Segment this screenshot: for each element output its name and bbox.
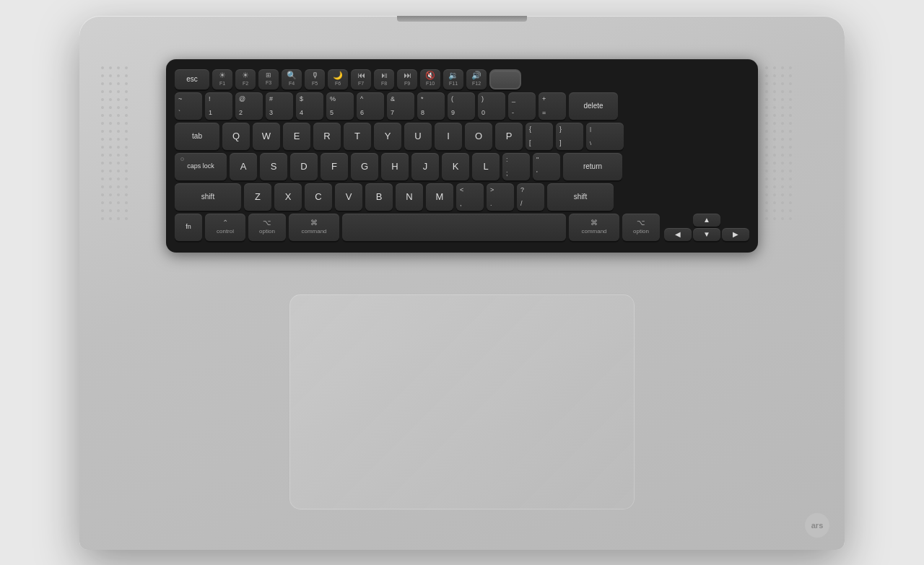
key-f10[interactable]: 🔇F10	[420, 69, 440, 89]
trackpad[interactable]	[289, 294, 635, 510]
key-6[interactable]: ^6	[357, 92, 384, 120]
key-f3[interactable]: ⊞F3	[258, 69, 279, 89]
key-o[interactable]: O	[465, 123, 492, 150]
key-1[interactable]: !1	[205, 92, 232, 120]
keyboard-container: esc ☀F1 ☀F2 ⊞F3 🔍F4 🎙F5 🌙F6 ⏮F7 ⏯F8 ⏭F9 …	[166, 59, 758, 253]
key-tab[interactable]: tab	[175, 123, 219, 150]
key-5[interactable]: %5	[326, 92, 354, 120]
key-slash[interactable]: ?/	[517, 183, 544, 211]
key-backtick[interactable]: ~`	[175, 92, 202, 120]
key-8[interactable]: *8	[417, 92, 445, 120]
key-0[interactable]: )0	[478, 92, 505, 120]
key-2[interactable]: @2	[235, 92, 263, 120]
key-f4[interactable]: 🔍F4	[282, 69, 302, 89]
key-arrow-up[interactable]: ▲	[693, 214, 720, 227]
ars-badge: ars	[804, 512, 830, 538]
key-f7[interactable]: ⏮F7	[351, 69, 371, 89]
key-f[interactable]: F	[321, 153, 348, 180]
key-quote[interactable]: "'	[533, 153, 560, 180]
key-t[interactable]: T	[344, 123, 371, 150]
key-f5[interactable]: 🎙F5	[305, 69, 325, 89]
key-semicolon[interactable]: :;	[502, 153, 530, 180]
key-delete[interactable]: delete	[569, 92, 618, 120]
bottom-key-row: fn ⌃ control ⌥ option ⌘ command ⌘ comman…	[175, 214, 749, 241]
key-f12[interactable]: 🔊F12	[466, 69, 487, 89]
key-a[interactable]: A	[230, 153, 257, 180]
key-e[interactable]: E	[283, 123, 310, 150]
key-q[interactable]: Q	[222, 123, 250, 150]
hinge-bar	[397, 16, 527, 22]
key-touchid[interactable]	[489, 69, 521, 89]
key-l[interactable]: L	[472, 153, 500, 180]
key-z[interactable]: Z	[244, 183, 271, 211]
laptop-body: esc ☀F1 ☀F2 ⊞F3 🔍F4 🎙F5 🌙F6 ⏮F7 ⏯F8 ⏭F9 …	[79, 16, 845, 550]
key-f9[interactable]: ⏭F9	[397, 69, 417, 89]
key-option-left[interactable]: ⌥ option	[248, 214, 286, 241]
key-y[interactable]: Y	[374, 123, 401, 150]
key-f8[interactable]: ⏯F8	[374, 69, 394, 89]
key-arrow-left[interactable]: ◀	[664, 228, 692, 241]
key-9[interactable]: (9	[448, 92, 475, 120]
key-space[interactable]	[342, 214, 566, 241]
key-command-right[interactable]: ⌘ command	[569, 214, 619, 241]
key-shift-left[interactable]: shift	[175, 183, 241, 211]
key-r[interactable]: R	[313, 123, 341, 150]
key-control[interactable]: ⌃ control	[205, 214, 245, 241]
qwerty-key-row: tab Q W E R T Y U I O P {[ }] |\	[175, 123, 749, 150]
key-7[interactable]: &7	[387, 92, 414, 120]
number-key-row: ~` !1 @2 #3 $4 %5 ^6 &7 *8 (9 )0 _- += d…	[175, 92, 749, 120]
key-v[interactable]: V	[335, 183, 362, 211]
key-n[interactable]: N	[396, 183, 423, 211]
shift-key-row: shift Z X C V B N M <, >. ?/ shift	[175, 183, 749, 211]
key-3[interactable]: #3	[266, 92, 293, 120]
key-bracket-left[interactable]: {[	[526, 123, 553, 150]
key-f11[interactable]: 🔉F11	[443, 69, 463, 89]
key-esc[interactable]: esc	[175, 69, 209, 89]
key-c[interactable]: C	[305, 183, 332, 211]
key-backslash[interactable]: |\	[586, 123, 624, 150]
speaker-left	[101, 66, 159, 297]
key-bracket-right[interactable]: }]	[556, 123, 583, 150]
key-option-right[interactable]: ⌥ option	[622, 214, 660, 241]
fn-key-row: esc ☀F1 ☀F2 ⊞F3 🔍F4 🎙F5 🌙F6 ⏮F7 ⏯F8 ⏭F9 …	[175, 69, 749, 89]
key-x[interactable]: X	[274, 183, 302, 211]
key-minus[interactable]: _-	[508, 92, 536, 120]
key-m[interactable]: M	[426, 183, 453, 211]
key-b[interactable]: B	[365, 183, 393, 211]
key-period[interactable]: >.	[487, 183, 514, 211]
key-comma[interactable]: <,	[456, 183, 484, 211]
key-h[interactable]: H	[381, 153, 409, 180]
key-f2[interactable]: ☀F2	[235, 69, 256, 89]
ars-label: ars	[811, 521, 824, 530]
key-g[interactable]: G	[351, 153, 378, 180]
key-f1[interactable]: ☀F1	[212, 69, 232, 89]
key-capslock[interactable]: caps lock	[175, 153, 227, 180]
key-u[interactable]: U	[404, 123, 432, 150]
key-d[interactable]: D	[290, 153, 318, 180]
key-equals[interactable]: +=	[539, 92, 566, 120]
keyboard: esc ☀F1 ☀F2 ⊞F3 🔍F4 🎙F5 🌙F6 ⏮F7 ⏯F8 ⏭F9 …	[166, 59, 758, 253]
key-arrow-right[interactable]: ▶	[722, 228, 749, 241]
key-i[interactable]: I	[435, 123, 462, 150]
key-shift-right[interactable]: shift	[547, 183, 614, 211]
key-p[interactable]: P	[495, 123, 523, 150]
home-key-row: caps lock A S D F G H J K L :; "' return	[175, 153, 749, 180]
speaker-right	[765, 66, 823, 297]
key-command-left[interactable]: ⌘ command	[289, 214, 339, 241]
key-k[interactable]: K	[442, 153, 469, 180]
key-4[interactable]: $4	[296, 92, 323, 120]
key-arrow-down[interactable]: ▼	[693, 228, 720, 241]
key-fn[interactable]: fn	[175, 214, 202, 241]
key-return[interactable]: return	[563, 153, 622, 180]
key-j[interactable]: J	[411, 153, 439, 180]
key-s[interactable]: S	[260, 153, 287, 180]
key-w[interactable]: W	[253, 123, 280, 150]
key-f6[interactable]: 🌙F6	[328, 69, 348, 89]
